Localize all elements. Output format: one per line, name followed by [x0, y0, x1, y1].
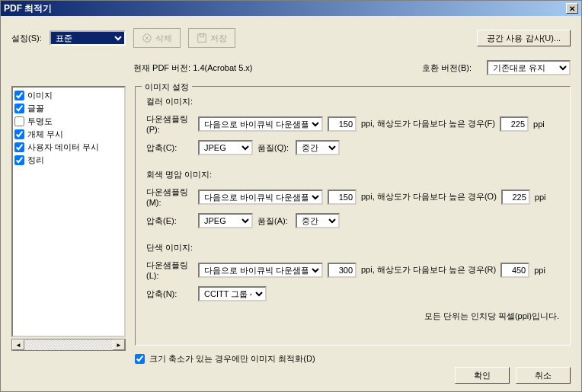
- color-quality-label: 품질(Q):: [257, 142, 291, 154]
- item-checkbox[interactable]: [14, 104, 24, 113]
- setting-label: 설정(S):: [11, 33, 42, 44]
- save-label: 저장: [210, 33, 227, 44]
- gray-compress-label: 압축(E):: [146, 215, 193, 227]
- compat-select[interactable]: 기존대로 유지: [487, 60, 571, 75]
- svg-rect-3: [197, 34, 206, 43]
- window-title: PDF 최적기: [4, 2, 566, 15]
- gray-downsample-select[interactable]: 다음으로 바이큐빅 다운샘플링: [198, 190, 323, 205]
- list-item[interactable]: 이미지: [14, 89, 123, 102]
- gray-quality-label: 품질(A):: [257, 215, 291, 227]
- save-button[interactable]: 저장: [188, 28, 235, 48]
- color-dpi2-input[interactable]: [500, 116, 529, 132]
- delete-button[interactable]: 삭제: [133, 28, 181, 48]
- cancel-button[interactable]: 취소: [516, 367, 571, 384]
- list-item[interactable]: 정리: [14, 154, 123, 167]
- item-checkbox[interactable]: [14, 116, 24, 126]
- audit-button[interactable]: 공간 사용 감사(U)...: [477, 30, 571, 46]
- mono-ppi-label: ppi, 해상도가 다음보다 높은 경우(R): [361, 264, 496, 276]
- item-checkbox[interactable]: [14, 91, 24, 100]
- mono-downsample-select[interactable]: 다음으로 바이큐빅 다운샘플링: [198, 263, 323, 278]
- mono-heading: 단색 이미지:: [146, 242, 559, 253]
- pdf-optimizer-window: PDF 최적기 ✕ 설정(S): 표준 삭제 저장 공간 사용 감사(U)...…: [0, 0, 582, 392]
- color-quality-select[interactable]: 중간: [296, 140, 340, 155]
- item-checkbox[interactable]: [14, 155, 24, 165]
- item-checkbox[interactable]: [14, 142, 24, 152]
- horizontal-scrollbar[interactable]: ◄ ►: [11, 339, 126, 351]
- color-downsample-select[interactable]: 다음으로 바이큐빅 다운샘플링: [198, 116, 323, 132]
- setting-select[interactable]: 표준: [50, 30, 126, 46]
- current-version-label: 현재 PDF 버전: 1.4(Acrobat 5.x): [133, 62, 407, 74]
- color-dpi1-input[interactable]: [328, 116, 357, 132]
- svg-rect-4: [200, 34, 203, 37]
- list-item[interactable]: 개체 무시: [14, 128, 123, 141]
- list-item[interactable]: 사용자 데이터 무시: [14, 141, 123, 154]
- category-listbox[interactable]: 이미지 글꼴 투명도 개체 무시 사용자 데이터 무시 정리: [11, 86, 126, 337]
- ok-button[interactable]: 확인: [455, 367, 510, 384]
- group-title: 이미지 설정: [142, 81, 192, 93]
- delete-icon: [142, 33, 152, 43]
- optimize-only-checkbox[interactable]: [135, 354, 145, 364]
- list-item[interactable]: 글꼴: [14, 102, 123, 115]
- gray-ppi-label: ppi, 해상도가 다음보다 높은 경우(O): [361, 191, 497, 202]
- close-icon[interactable]: ✕: [566, 3, 578, 14]
- optimize-only-label: 크기 축소가 있는 경우에만 이미지 최적화(D): [149, 353, 315, 365]
- save-icon: [197, 33, 207, 43]
- gray-quality-select[interactable]: 중간: [296, 213, 340, 228]
- scroll-right-icon[interactable]: ►: [113, 339, 125, 350]
- image-settings-group: 이미지 설정 컬러 이미지: 다운샘플링(P): 다음으로 바이큐빅 다운샘플링…: [135, 86, 571, 346]
- titlebar: PDF 최적기 ✕: [1, 1, 581, 16]
- color-compress-label: 압축(C):: [146, 142, 193, 154]
- mono-ppi-suffix: ppi: [534, 266, 545, 275]
- color-compress-select[interactable]: JPEG: [198, 140, 253, 155]
- gray-dpi1-input[interactable]: [328, 190, 357, 205]
- mono-compress-label: 압축(N):: [146, 288, 193, 300]
- list-item[interactable]: 투명도: [14, 115, 123, 128]
- color-ppi-label: ppi, 해상도가 다음보다 높은 경우(F): [361, 118, 495, 129]
- scroll-left-icon[interactable]: ◄: [12, 339, 24, 350]
- color-ppi-suffix: ppi: [533, 120, 545, 129]
- gray-downsample-label: 다운샘플링(M):: [146, 186, 193, 207]
- mono-dpi2-input[interactable]: [500, 263, 529, 278]
- gray-dpi2-input[interactable]: [501, 190, 530, 205]
- mono-compress-select[interactable]: CCITT 그룹 4: [198, 286, 267, 301]
- gray-heading: 회색 명암 이미지:: [146, 169, 559, 180]
- units-note: 모든 단위는 인치당 픽셀(ppi)입니다.: [146, 311, 559, 322]
- compat-label: 호환 버전(B):: [422, 62, 472, 74]
- item-checkbox[interactable]: [14, 129, 24, 139]
- mono-downsample-label: 다운샘플링(L):: [146, 260, 193, 280]
- color-downsample-label: 다운샘플링(P):: [146, 113, 193, 134]
- mono-dpi1-input[interactable]: [328, 263, 357, 278]
- delete-label: 삭제: [155, 33, 172, 44]
- gray-compress-select[interactable]: JPEG: [198, 213, 253, 228]
- color-heading: 컬러 이미지:: [146, 96, 559, 107]
- gray-ppi-suffix: ppi: [535, 193, 546, 202]
